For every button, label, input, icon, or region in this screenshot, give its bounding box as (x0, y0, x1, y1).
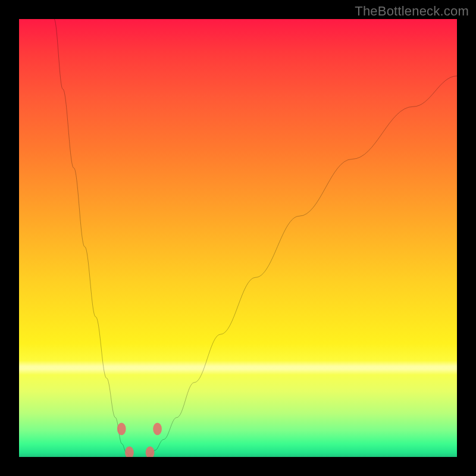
watermark-text: TheBottleneck.com (355, 4, 469, 19)
curve-left (54, 19, 131, 457)
curve-right (148, 76, 457, 457)
marker-group (117, 423, 162, 457)
marker-dot (153, 423, 162, 436)
marker-dot (146, 446, 155, 457)
chart-svg (19, 19, 457, 457)
marker-dot (125, 446, 134, 457)
marker-dot (117, 423, 126, 436)
chart-area (19, 19, 457, 457)
